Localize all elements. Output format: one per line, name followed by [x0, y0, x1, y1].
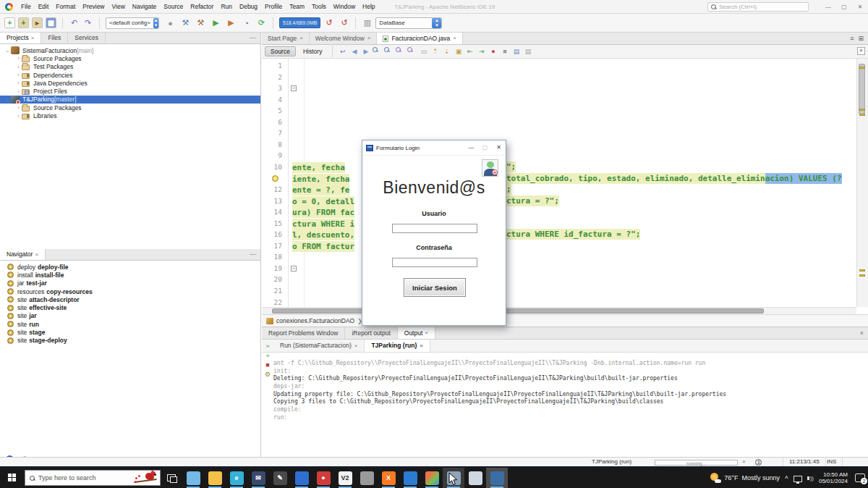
last-edit-location-icon[interactable]: ↩: [338, 47, 347, 56]
expander-icon[interactable]: [15, 89, 22, 94]
breadcrumb[interactable]: conexiones.FacturacionDAO: [276, 317, 354, 324]
taskbar-search-input[interactable]: Type here to search: [25, 470, 161, 486]
editor-tab[interactable]: Start Page: [262, 33, 310, 44]
comment-icon[interactable]: ▤: [511, 47, 521, 56]
menu-item[interactable]: File: [17, 0, 35, 14]
navigator-item[interactable]: site attach-descriptor: [0, 295, 260, 303]
shift-right-icon[interactable]: ⇥: [477, 47, 486, 56]
menu-item[interactable]: Window: [330, 0, 359, 14]
gc-icon[interactable]: ↺: [323, 17, 334, 28]
code-editor[interactable]: 123456789101213141516171819202122 ente, …: [262, 59, 856, 307]
minimize-panel-icon[interactable]: [250, 249, 256, 260]
navigator-item[interactable]: jar test-jar: [0, 279, 260, 287]
expander-icon[interactable]: [15, 64, 22, 70]
expander-icon[interactable]: [4, 48, 11, 54]
close-output-icon[interactable]: [860, 327, 864, 339]
login-button[interactable]: Iniciar Sesion: [404, 278, 466, 297]
username-field[interactable]: [392, 224, 477, 233]
warning-mark[interactable]: [859, 109, 865, 111]
maximize-editor-icon[interactable]: ⊞: [858, 35, 864, 42]
history-view-button[interactable]: History: [298, 47, 327, 56]
weather-widget[interactable]: 76°F Mostly sunny: [710, 473, 780, 483]
task-view-button[interactable]: [161, 468, 182, 488]
project-tree-row[interactable]: Dependencies: [0, 71, 260, 79]
code-line[interactable]: ura) FROM fac: [262, 207, 856, 219]
ide-search-input[interactable]: Search (Ctrl+I): [707, 2, 809, 12]
clock-widget[interactable]: 10:50 AM 05/01/2024: [819, 471, 848, 484]
new-file-icon[interactable]: +: [4, 17, 15, 28]
start-button[interactable]: [0, 468, 25, 488]
menu-item[interactable]: Preview: [79, 0, 108, 14]
network-icon[interactable]: [793, 476, 802, 482]
warning-mark[interactable]: [859, 114, 865, 116]
panel-tab[interactable]: Projects: [0, 33, 41, 43]
find-selection-icon[interactable]: [384, 47, 393, 56]
scene-builder-app[interactable]: [421, 468, 443, 488]
save-all-icon[interactable]: ▦: [46, 17, 56, 28]
navigator-item[interactable]: site stage-deploy: [0, 337, 260, 345]
apply-changes-icon[interactable]: ⟳: [256, 17, 267, 28]
tab-close-icon[interactable]: [35, 249, 38, 260]
redo-icon[interactable]: ↷: [82, 17, 93, 28]
tab-close-icon[interactable]: [425, 327, 428, 339]
menu-item[interactable]: Tools: [308, 0, 330, 14]
xampp-app[interactable]: X: [378, 468, 399, 488]
v2-app[interactable]: V2: [334, 468, 356, 488]
find-next-occurrence-icon[interactable]: [407, 47, 417, 56]
expander-icon[interactable]: [15, 80, 22, 85]
code-fold-icon[interactable]: [291, 85, 297, 91]
vscode-app[interactable]: [399, 468, 421, 488]
navigator-item[interactable]: site jar: [0, 312, 260, 320]
navigator-item[interactable]: deploy deploy-file: [0, 263, 260, 271]
project-tree-row[interactable]: Source Packages: [0, 54, 260, 62]
tab-close-icon[interactable]: [367, 33, 371, 44]
action-center-icon[interactable]: 2: [855, 474, 865, 482]
source-view-button[interactable]: Source: [265, 46, 296, 56]
red-media-app[interactable]: ●: [312, 468, 334, 488]
code-line[interactable]: iente, fechatotal_cobrado, tipo, estado,…: [262, 174, 856, 185]
back-icon[interactable]: ◀: [349, 47, 359, 56]
maximize-button[interactable]: [836, 0, 852, 14]
rectangular-selection-icon[interactable]: ▭: [419, 47, 428, 56]
speaker-icon[interactable]: )): [807, 475, 814, 481]
navigator-item[interactable]: site effective-site: [0, 303, 260, 311]
code-line[interactable]: o = 0, detallctura = ?";: [262, 196, 856, 208]
navigator-tab[interactable]: Navigator: [0, 249, 46, 260]
close-button[interactable]: [852, 0, 868, 14]
uncomment-icon[interactable]: ▤: [523, 47, 532, 56]
menu-item[interactable]: Debug: [236, 0, 261, 14]
menu-item[interactable]: Run: [217, 0, 236, 14]
dialog-close-button[interactable]: ✕: [492, 140, 506, 155]
minimize-panel-icon[interactable]: [250, 33, 256, 43]
project-tree-row[interactable]: SistemaFacturacion [main]: [0, 46, 260, 54]
microsoft-store-app[interactable]: [182, 468, 204, 488]
expander-icon[interactable]: [15, 56, 22, 61]
find-icon[interactable]: [373, 47, 382, 56]
run-project-icon[interactable]: ▶: [210, 17, 221, 28]
debug-project-icon[interactable]: ▶: [226, 17, 237, 28]
next-bookmark-icon[interactable]: ⇣: [442, 47, 451, 56]
code-line[interactable]: ctura WHERE i: [262, 219, 856, 230]
build-project-icon[interactable]: ●: [165, 17, 176, 28]
database-combobox[interactable]: DataBase ▲▼: [375, 17, 442, 29]
menu-item[interactable]: Source: [160, 0, 187, 14]
computer-app[interactable]: [291, 468, 312, 488]
open-project-icon[interactable]: ▸: [32, 17, 43, 28]
navigator-item[interactable]: site stage: [0, 328, 260, 336]
expander-icon[interactable]: [15, 72, 22, 77]
project-tree-row[interactable]: Java Dependencies: [0, 79, 260, 87]
tab-close-icon[interactable]: [31, 33, 35, 43]
clean-build-icon[interactable]: ⚒: [180, 17, 191, 28]
stop-macro-icon[interactable]: ■: [500, 47, 509, 56]
menu-item[interactable]: Team: [286, 0, 308, 14]
expander-icon[interactable]: [15, 105, 22, 110]
vertical-scrollbar-thumb[interactable]: [859, 64, 865, 114]
output-tab[interactable]: Report Problems Window: [262, 327, 345, 339]
code-fold-icon[interactable]: [291, 266, 297, 272]
stop-run-icon[interactable]: ■: [265, 362, 269, 369]
menu-item[interactable]: Help: [359, 0, 378, 14]
run-tab[interactable]: TJParking (run): [365, 340, 430, 352]
expander-icon[interactable]: [15, 114, 22, 119]
run-maven-icon[interactable]: ⚒: [195, 17, 206, 28]
profile-project-icon[interactable]: ◔: [241, 17, 252, 28]
